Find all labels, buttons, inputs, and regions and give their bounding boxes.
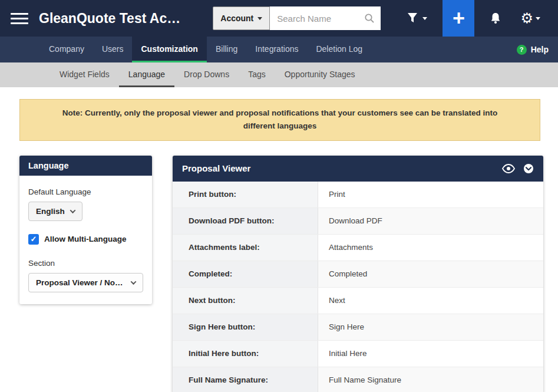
table-row: Next button: Next bbox=[173, 288, 543, 314]
proposal-viewer-panel: Proposal Viewer Print button: Print Down… bbox=[173, 156, 543, 392]
chevron-down-icon bbox=[70, 207, 75, 213]
main-nav: Company Users Customization Billing Inte… bbox=[0, 37, 558, 62]
sub-nav: Widget Fields Language Drop Downs Tags O… bbox=[0, 62, 558, 87]
plus-icon: + bbox=[453, 6, 465, 31]
language-panel: Language Default Language English Allow … bbox=[19, 156, 152, 304]
section-select[interactable]: Proposal Viewer / No… bbox=[28, 273, 143, 292]
default-language-label: Default Language bbox=[28, 187, 143, 196]
eye-icon[interactable] bbox=[502, 164, 515, 173]
table-row: Attachments label: Attachments bbox=[173, 235, 543, 261]
help-label: Help bbox=[531, 45, 549, 54]
hamburger-menu-icon[interactable] bbox=[11, 13, 28, 24]
default-language-select[interactable]: English bbox=[28, 202, 82, 221]
collapse-chevron-icon[interactable] bbox=[523, 163, 534, 174]
top-bar: GleanQuote Test Ac… Account + bbox=[0, 0, 558, 37]
notifications-button[interactable] bbox=[480, 0, 511, 37]
row-label: Download PDF button: bbox=[173, 208, 318, 234]
row-label: Full Name Signature: bbox=[173, 367, 318, 392]
row-value[interactable]: Attachments bbox=[318, 235, 543, 261]
subtab-widget-fields[interactable]: Widget Fields bbox=[50, 62, 119, 87]
row-value[interactable]: Print bbox=[318, 182, 543, 207]
row-value[interactable]: Next bbox=[318, 288, 543, 314]
table-row: Sign Here button: Sign Here bbox=[173, 314, 543, 341]
table-row: Initial Here button: Initial Here bbox=[173, 341, 543, 367]
table-row: Download PDF button: Download PDF bbox=[173, 208, 543, 235]
proposal-viewer-rows: Print button: Print Download PDF button:… bbox=[173, 182, 543, 392]
tab-deletion-log[interactable]: Deletion Log bbox=[307, 37, 371, 62]
gear-icon: ⚙ bbox=[520, 11, 533, 25]
allow-multi-language-checkbox[interactable] bbox=[28, 234, 39, 245]
note-banner: Note: Currently, only the proposal viewe… bbox=[19, 99, 540, 141]
allow-multi-language-label: Allow Multi-Language bbox=[44, 235, 127, 243]
top-icons: + ⚙ bbox=[398, 0, 550, 37]
row-label: Completed: bbox=[173, 261, 318, 287]
language-panel-body: Default Language English Allow Multi-Lan… bbox=[19, 176, 152, 304]
help-icon: ? bbox=[517, 45, 527, 55]
filter-icon bbox=[407, 12, 420, 24]
caret-down-icon bbox=[422, 17, 427, 20]
tab-integrations[interactable]: Integrations bbox=[246, 37, 307, 62]
account-dropdown-button[interactable]: Account bbox=[213, 6, 270, 30]
settings-button[interactable]: ⚙ bbox=[511, 0, 550, 37]
account-dropdown-label: Account bbox=[220, 14, 253, 23]
subtab-opportunity-stages[interactable]: Opportunity Stages bbox=[275, 62, 365, 87]
add-button[interactable]: + bbox=[443, 0, 474, 37]
tab-billing[interactable]: Billing bbox=[207, 37, 246, 62]
search-icon[interactable] bbox=[364, 13, 375, 24]
row-value[interactable]: Download PDF bbox=[318, 208, 543, 234]
content: Language Default Language English Allow … bbox=[0, 141, 558, 392]
default-language-value: English bbox=[36, 207, 65, 216]
row-value[interactable]: Completed bbox=[318, 261, 543, 287]
table-row: Full Name Signature: Full Name Signature bbox=[173, 367, 543, 392]
row-value[interactable]: Full Name Signature bbox=[318, 367, 543, 392]
row-label: Print button: bbox=[173, 182, 318, 207]
section-label: Section bbox=[28, 259, 143, 268]
row-label: Sign Here button: bbox=[173, 314, 318, 340]
row-value[interactable]: Initial Here bbox=[318, 341, 543, 367]
app-title: GleanQuote Test Ac… bbox=[39, 11, 180, 27]
language-panel-title: Language bbox=[28, 161, 68, 170]
row-label: Attachments label: bbox=[173, 235, 318, 261]
chevron-down-icon bbox=[131, 279, 137, 285]
proposal-viewer-title: Proposal Viewer bbox=[182, 163, 250, 173]
help-button[interactable]: ? Help bbox=[517, 37, 558, 62]
language-panel-header: Language bbox=[19, 156, 152, 176]
table-row: Print button: Print bbox=[173, 182, 543, 208]
proposal-viewer-header: Proposal Viewer bbox=[173, 156, 543, 182]
row-label: Initial Here button: bbox=[173, 341, 318, 367]
subtab-drop-downs[interactable]: Drop Downs bbox=[174, 62, 239, 87]
search-box bbox=[270, 6, 381, 30]
allow-multi-language-row: Allow Multi-Language bbox=[28, 234, 143, 245]
tab-customization[interactable]: Customization bbox=[132, 37, 206, 62]
row-value[interactable]: Sign Here bbox=[318, 314, 543, 340]
row-label: Next button: bbox=[173, 288, 318, 314]
section-value: Proposal Viewer / No… bbox=[36, 278, 123, 287]
subtab-language[interactable]: Language bbox=[119, 62, 174, 87]
subtab-tags[interactable]: Tags bbox=[239, 62, 275, 87]
tab-company[interactable]: Company bbox=[40, 37, 93, 62]
caret-down-icon bbox=[257, 17, 262, 20]
table-row: Completed: Completed bbox=[173, 261, 543, 288]
proposal-viewer-header-icons bbox=[502, 163, 534, 174]
filter-button[interactable] bbox=[398, 0, 437, 37]
search-input[interactable] bbox=[277, 14, 364, 24]
tab-users[interactable]: Users bbox=[93, 37, 133, 62]
search-group: Account bbox=[213, 6, 381, 30]
caret-down-icon bbox=[536, 17, 540, 20]
bell-icon bbox=[490, 12, 501, 25]
